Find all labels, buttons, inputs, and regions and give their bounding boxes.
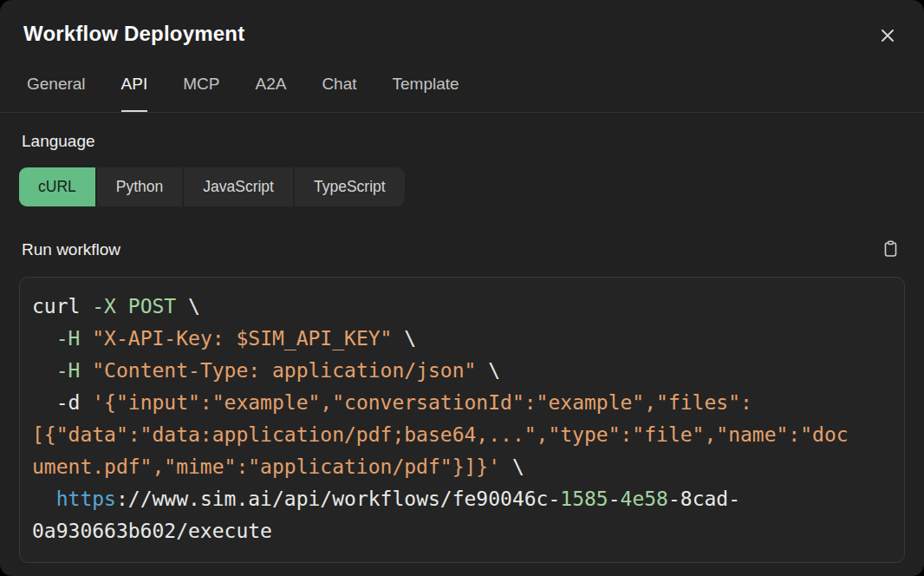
tab-template[interactable]: Template bbox=[393, 75, 459, 112]
close-button[interactable] bbox=[875, 23, 900, 48]
run-workflow-row: Run workflow bbox=[19, 238, 905, 261]
tab-bar: GeneralAPIMCPA2AChatTemplate bbox=[0, 75, 924, 112]
run-workflow-label: Run workflow bbox=[22, 240, 120, 259]
code-line: 0a930663b602/execute bbox=[32, 515, 892, 547]
clipboard-icon bbox=[882, 239, 900, 259]
dialog-body: Language cURLPythonJavaScriptTypeScript … bbox=[0, 132, 924, 563]
language-label: Language bbox=[22, 132, 905, 151]
language-option-typescript[interactable]: TypeScript bbox=[295, 167, 405, 206]
tab-api[interactable]: API bbox=[121, 75, 148, 112]
code-line: -H "Content-Type: application/json" \ bbox=[32, 355, 892, 387]
code-line: [{"data":"data:application/pdf;base64,..… bbox=[32, 419, 892, 451]
language-option-javascript[interactable]: JavaScript bbox=[184, 167, 293, 206]
header-divider bbox=[0, 112, 924, 113]
language-segmented-control: cURLPythonJavaScriptTypeScript bbox=[19, 167, 905, 206]
dialog-header: Workflow Deployment bbox=[0, 0, 924, 48]
code-block: curl -X POST \ -H "X-API-Key: $SIM_API_K… bbox=[19, 277, 905, 563]
language-option-python[interactable]: Python bbox=[97, 167, 182, 206]
tab-chat[interactable]: Chat bbox=[322, 75, 356, 112]
code-line: -d '{"input":"example","conversationId":… bbox=[32, 387, 892, 419]
workflow-deployment-dialog: Workflow Deployment GeneralAPIMCPA2AChat… bbox=[0, 0, 924, 576]
code-line: https://www.sim.ai/api/workflows/fe90046… bbox=[32, 483, 892, 515]
tab-a2a[interactable]: A2A bbox=[255, 75, 286, 112]
tab-mcp[interactable]: MCP bbox=[183, 75, 219, 112]
tab-general[interactable]: General bbox=[27, 75, 86, 112]
close-icon bbox=[879, 27, 896, 44]
code-line: ument.pdf","mime":"application/pdf"}]}' … bbox=[32, 451, 892, 483]
code-line: -H "X-API-Key: $SIM_API_KEY" \ bbox=[32, 323, 892, 355]
language-option-curl[interactable]: cURL bbox=[19, 167, 95, 206]
copy-code-button[interactable] bbox=[880, 238, 901, 261]
code-line: curl -X POST \ bbox=[32, 291, 892, 323]
dialog-title: Workflow Deployment bbox=[23, 22, 244, 46]
